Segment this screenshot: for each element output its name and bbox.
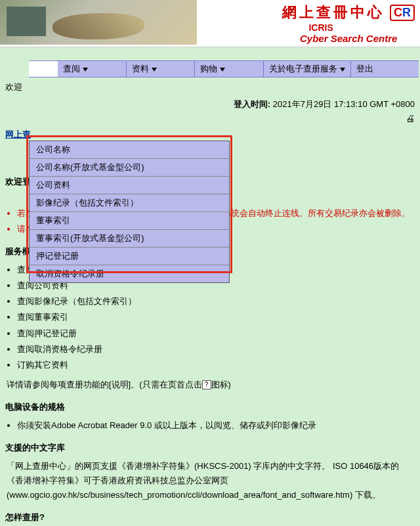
dropdown-item-director-index-ofc[interactable]: 董事索引(开放式基金型公司) — [30, 230, 229, 248]
chevron-down-icon — [220, 68, 225, 72]
menu-about[interactable]: 关於电子查册服务 — [264, 61, 351, 77]
brand-en-full: Cyber Search Centre — [282, 33, 415, 44]
menu-search[interactable]: 查阅 — [58, 61, 127, 77]
menu-info[interactable]: 资料 — [127, 61, 196, 77]
chevron-down-icon — [340, 68, 345, 72]
brand-chinese: 網上查冊中心 — [282, 3, 385, 22]
dropdown-item-charges-register[interactable]: 押记登记册 — [30, 248, 229, 265]
menu-shopping[interactable]: 购物 — [195, 61, 264, 77]
brand-cr-logo: CR — [390, 5, 415, 21]
list-item: 你须安装Adobe Acrobat Reader 9.0 或以上版本，以阅览、储… — [17, 418, 420, 433]
list-item: 查阅董事索引 — [17, 310, 420, 324]
list-item: 查阅取消资格令纪录册 — [17, 342, 420, 357]
dropdown-item-company-name[interactable]: 公司名称 — [30, 141, 229, 159]
font-heading: 支援的中文字库 — [0, 435, 420, 456]
welcome-label: 欢迎 — [5, 82, 22, 92]
dropdown-item-company-name-ofc[interactable]: 公司名称(开放式基金型公司) — [30, 159, 229, 177]
login-time-row: 登入时间: 2021年7月29日 17:13:10 GMT +0800 — [0, 97, 420, 112]
list-item: 查阅影像纪录（包括文件索引） — [17, 294, 420, 309]
main-menubar: 查阅 资料 购物 关於电子查册服务 登出 — [29, 60, 419, 77]
login-time-value: 2021年7月29日 17:13:10 GMT +0800 — [273, 99, 415, 109]
list-item: 查阅押记登记册 — [17, 326, 420, 341]
header-banner: 網上查冊中心 CR ICRIS Cyber Search Centre — [0, 0, 420, 47]
search-dropdown: 公司名称 公司名称(开放式基金型公司) 公司资料 影像纪录（包括文件索引） 董事… — [29, 141, 230, 283]
dropdown-item-company-info[interactable]: 公司资料 — [30, 177, 229, 194]
font-paragraph: 「网上查册中心」的网页支援《香港增补字符集》(HKSCS-2001) 字库内的中… — [0, 456, 420, 505]
dropdown-item-director-index[interactable]: 董事索引 — [30, 212, 229, 230]
chevron-down-icon — [83, 68, 88, 72]
login-time-label: 登入时间: — [234, 99, 270, 109]
spec-list: 你须安装Adobe Acrobat Reader 9.0 或以上版本，以阅览、储… — [17, 418, 420, 433]
brand-block: 網上查冊中心 CR ICRIS Cyber Search Centre — [282, 3, 415, 44]
brand-en-short: ICRIS — [308, 22, 415, 33]
print-icon[interactable]: 🖨 — [406, 113, 415, 123]
dropdown-item-disqualification[interactable]: 取消资格令纪录册 — [30, 265, 229, 282]
list-item: 订购其它资料 — [17, 358, 420, 372]
menu-logout[interactable]: 登出 — [351, 61, 419, 77]
help-icon[interactable]: ? — [202, 380, 211, 389]
chevron-down-icon — [152, 68, 157, 72]
dropdown-item-image-records[interactable]: 影像纪录（包括文件索引） — [30, 194, 229, 212]
spec-heading: 电脑设备的规格 — [0, 395, 420, 416]
header-decorative-image — [0, 0, 197, 45]
welcome-row: 欢迎 — [0, 77, 420, 97]
howto-heading: 怎样查册? — [0, 505, 420, 526]
service-note: 详情请参阅每项查册功能的[说明]。(只需在页首点击?图标) — [0, 375, 420, 395]
